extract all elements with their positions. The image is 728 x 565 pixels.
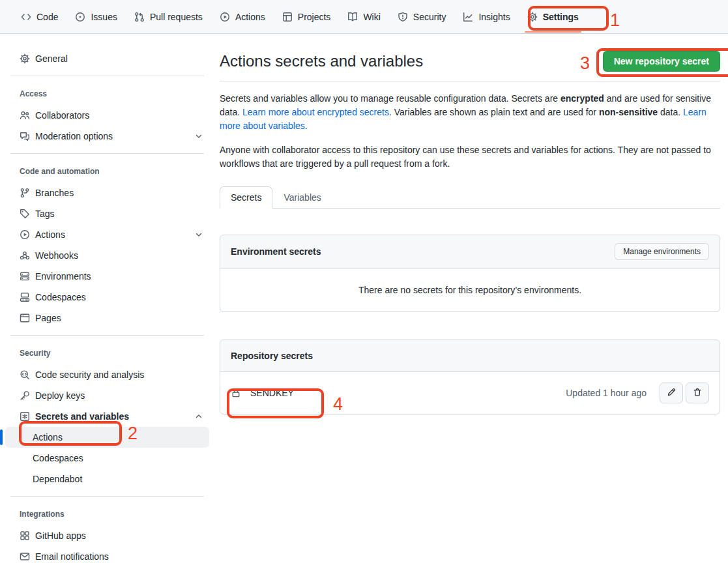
nav-tab-label: Issues: [91, 12, 117, 22]
sidebar-item-secrets-and-variables[interactable]: Secrets and variables: [5, 406, 209, 427]
sidebar-section-integrations: Integrations: [5, 503, 209, 525]
text-segment: encrypted: [561, 93, 604, 104]
text-segment: non-sensitive: [599, 107, 658, 117]
sidebar-item-email-notifications[interactable]: Email notifications: [5, 546, 209, 565]
git-branch-icon: [20, 188, 30, 198]
key-icon: [20, 390, 30, 401]
nav-tab-settings[interactable]: Settings: [521, 7, 585, 27]
tab-variables[interactable]: Variables: [272, 186, 332, 209]
codescan-icon: [20, 369, 30, 380]
inline-link[interactable]: Learn more about encrypted secrets: [242, 107, 389, 117]
nav-tab-actions[interactable]: Actions: [213, 7, 272, 27]
sidebar-item-branches[interactable]: Branches: [5, 182, 209, 203]
gear-icon: [527, 12, 538, 22]
nav-tab-label: Pull requests: [150, 12, 203, 22]
github-settings-page: Code Issues Pull requests Actions Projec…: [0, 0, 728, 565]
nav-tab-insights[interactable]: Insights: [456, 7, 516, 27]
nav-tab-code[interactable]: Code: [14, 7, 65, 27]
sidebar-item-label: Dependabot: [33, 474, 82, 484]
nav-tab-label: Projects: [298, 12, 331, 22]
sidebar-section-code-and-automation: Code and automation: [5, 160, 209, 182]
git-pull-request-icon: [134, 12, 145, 22]
sidebar-section-access: Access: [5, 83, 209, 105]
gear-icon: [20, 53, 30, 64]
environment-secrets-title: Environment secrets: [231, 246, 321, 257]
sidebar-item-label: Environments: [35, 271, 91, 282]
settings-sidebar: General Access Collaborators Moderation …: [0, 34, 220, 565]
delete-secret-button[interactable]: [686, 383, 709, 403]
nav-tab-pull-requests[interactable]: Pull requests: [128, 7, 209, 27]
sidebar-subitem-dependabot[interactable]: Dependabot: [5, 469, 209, 489]
sidebar-item-actions[interactable]: Actions: [5, 224, 209, 245]
table-icon: [282, 12, 293, 22]
intro-paragraph: Secrets and variables allow you to manag…: [220, 92, 720, 133]
lock-icon: [231, 388, 241, 398]
sidebar-section-security: Security: [5, 342, 209, 364]
sidebar-item-label: Codespaces: [33, 453, 83, 463]
nav-tab-security[interactable]: Security: [391, 7, 453, 27]
nav-tab-label: Actions: [235, 12, 265, 22]
sidebar-item-label: Moderation options: [35, 131, 113, 141]
sidebar-item-moderation-options[interactable]: Moderation options: [5, 126, 209, 147]
sidebar-item-github-apps[interactable]: GitHub apps: [5, 525, 209, 546]
sidebar-item-webhooks[interactable]: Webhooks: [5, 245, 209, 266]
chevron-down-icon: [194, 131, 204, 141]
sidebar-item-tags[interactable]: Tags: [5, 203, 209, 224]
nav-tab-label: Insights: [478, 12, 510, 22]
play-icon: [220, 12, 230, 22]
nav-tab-label: Settings: [543, 12, 579, 22]
new-repository-secret-button[interactable]: New repository secret: [603, 51, 720, 72]
text-segment: Secrets and variables allow you to manag…: [220, 93, 561, 104]
nav-tab-issues[interactable]: Issues: [68, 7, 123, 27]
sidebar-item-deploy-keys[interactable]: Deploy keys: [5, 385, 209, 406]
sidebar-divider: [10, 153, 204, 154]
people-icon: [20, 110, 30, 121]
sidebar-item-label: Actions: [35, 229, 65, 240]
heading-divider: [220, 81, 720, 81]
sidebar-divider: [10, 335, 204, 336]
sidebar-divider: [10, 496, 204, 497]
repo-tab-bar: Code Issues Pull requests Actions Projec…: [0, 0, 728, 34]
sidebar-subitem-codespaces[interactable]: Codespaces: [5, 448, 209, 469]
nav-tab-label: Security: [413, 12, 446, 22]
tag-icon: [20, 209, 30, 219]
nav-tab-projects[interactable]: Projects: [276, 7, 338, 27]
page-title: Actions secrets and variables: [220, 52, 423, 70]
sidebar-item-label: General: [35, 53, 68, 64]
sidebar-item-label: Actions: [33, 432, 63, 442]
sidebar-item-label: Code security and analysis: [35, 369, 144, 380]
sidebar-divider: [10, 76, 204, 76]
webhook-icon: [20, 250, 30, 261]
chevron-down-icon: [194, 229, 204, 240]
sidebar-item-pages[interactable]: Pages: [5, 308, 209, 328]
sidebar-subitem-actions[interactable]: Actions: [5, 427, 209, 448]
mail-icon: [20, 551, 30, 562]
sidebar-item-environments[interactable]: Environments: [5, 266, 209, 287]
sidebar-item-label: Deploy keys: [35, 390, 85, 401]
sidebar-item-code-security[interactable]: Code security and analysis: [5, 364, 209, 385]
codespaces-icon: [20, 292, 30, 302]
asterisk-box-icon: [20, 411, 30, 422]
secret-updated-timestamp: Updated 1 hour ago: [566, 388, 647, 398]
browser-icon: [20, 313, 30, 323]
text-segment: . Variables are shown as plain text and …: [389, 107, 599, 117]
main-content: Actions secrets and variables New reposi…: [220, 34, 728, 414]
pencil-icon: [667, 388, 676, 399]
manage-environments-button[interactable]: Manage environments: [615, 243, 709, 260]
apps-icon: [20, 530, 30, 541]
sidebar-item-label: Collaborators: [35, 110, 89, 121]
secret-name: SENDKEY: [250, 388, 294, 398]
sidebar-item-label: Secrets and variables: [35, 411, 129, 422]
sidebar-item-label: Webhooks: [35, 250, 78, 261]
tab-secrets[interactable]: Secrets: [220, 186, 272, 209]
environment-secrets-box: Environment secrets Manage environments …: [220, 235, 720, 312]
chevron-up-icon: [194, 411, 204, 422]
sidebar-item-label: Codespaces: [35, 292, 86, 302]
sidebar-item-general[interactable]: General: [5, 48, 209, 69]
nav-tab-wiki[interactable]: Wiki: [341, 7, 386, 27]
settings-active-underline: [525, 31, 581, 33]
sidebar-item-codespaces[interactable]: Codespaces: [5, 287, 209, 308]
sidebar-item-label: Email notifications: [35, 551, 109, 562]
sidebar-item-collaborators[interactable]: Collaborators: [5, 105, 209, 126]
edit-secret-button[interactable]: [660, 383, 683, 403]
